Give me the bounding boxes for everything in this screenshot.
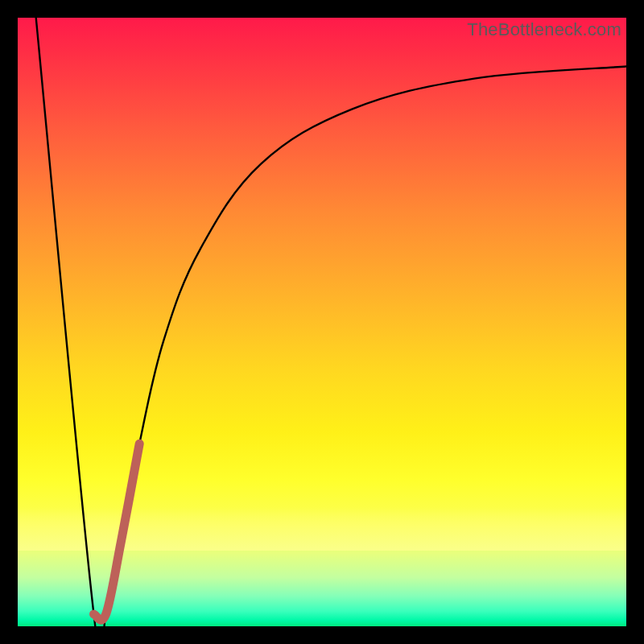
watermark-text: TheBottleneck.com [467, 19, 621, 40]
plot-area: TheBottleneck.com [18, 18, 626, 626]
highlight-segment [94, 444, 140, 620]
chart-frame: TheBottleneck.com [0, 0, 644, 644]
curve-svg [18, 18, 626, 626]
